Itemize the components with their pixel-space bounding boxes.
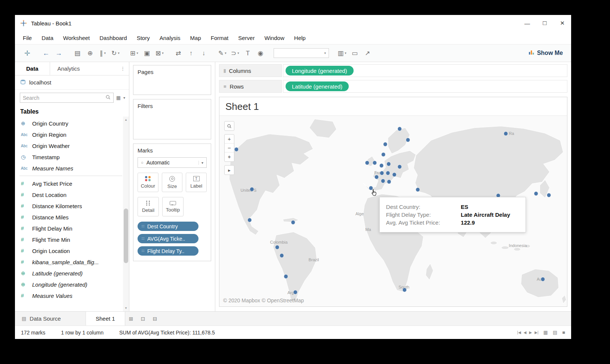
status-nav-icon-3[interactable]: ▶| bbox=[534, 330, 538, 334]
menu-item-map[interactable]: Map bbox=[185, 35, 206, 41]
map-mark-9[interactable] bbox=[387, 162, 391, 166]
undo-button[interactable]: ← bbox=[40, 47, 52, 59]
tab-data-source[interactable]: ▤ Data Source bbox=[15, 312, 86, 326]
menu-item-server[interactable]: Server bbox=[233, 35, 259, 41]
map-view[interactable]: United SColombiaBrazilArgAlgeMaFraSouthI… bbox=[219, 115, 567, 306]
map-mark-5[interactable] bbox=[504, 132, 508, 136]
new-worksheet-button[interactable]: ⊞▾ bbox=[128, 47, 141, 59]
map-mark-23[interactable] bbox=[248, 218, 252, 222]
field-timestamp[interactable]: ◷Timestamp bbox=[15, 151, 122, 163]
text-label-button[interactable]: T bbox=[241, 47, 254, 59]
menu-item-dashboard[interactable]: Dashboard bbox=[95, 35, 132, 41]
menu-item-help[interactable]: Help bbox=[289, 35, 311, 41]
map-mark-13[interactable] bbox=[392, 173, 397, 177]
map-mark-27[interactable] bbox=[284, 274, 288, 278]
menu-item-format[interactable]: Format bbox=[206, 35, 234, 41]
field-origin-region[interactable]: AbcOrigin Region bbox=[15, 129, 122, 140]
tooltip-button[interactable]: Tooltip bbox=[162, 197, 184, 216]
label-button[interactable]: T Label bbox=[186, 173, 207, 192]
tab-data[interactable]: Data bbox=[15, 62, 50, 75]
map-mark-19[interactable] bbox=[547, 193, 551, 197]
duplicate-button[interactable]: ▣ bbox=[141, 47, 153, 59]
menu-item-story[interactable]: Story bbox=[132, 35, 155, 41]
minimize-button[interactable]: — bbox=[518, 15, 536, 31]
field-origin-location[interactable]: #Origin Location bbox=[15, 245, 122, 256]
map-mark-3[interactable] bbox=[383, 142, 388, 146]
swap-rows-columns-button[interactable]: ⇄ bbox=[172, 47, 185, 59]
status-view-icon-1[interactable]: ▤ bbox=[553, 330, 557, 335]
field-dest-location[interactable]: #Dest Location bbox=[15, 189, 122, 200]
pages-shelf[interactable]: Pages bbox=[133, 65, 211, 95]
map-mark-18[interactable] bbox=[416, 188, 420, 192]
field-flight-delay-min[interactable]: #Flight Delay Min bbox=[15, 223, 122, 234]
sort-descending-button[interactable]: ↓ bbox=[197, 47, 210, 59]
zoom-out-button[interactable]: − bbox=[225, 144, 234, 152]
map-mark-8[interactable] bbox=[379, 164, 383, 168]
presentation-mode-button[interactable]: ▭ bbox=[348, 47, 361, 59]
new-dashboard-button[interactable]: ⊡ bbox=[137, 312, 149, 326]
status-view-icon-2[interactable]: ■ bbox=[562, 330, 565, 335]
status-nav-icon-0[interactable]: |◀ bbox=[517, 330, 521, 334]
map-mark-25[interactable] bbox=[275, 245, 279, 249]
field-measure-names[interactable]: AbcMeasure Names bbox=[15, 163, 122, 174]
chevron-down-icon[interactable]: ▾ bbox=[123, 96, 125, 100]
scroll-down-icon[interactable]: ▼ bbox=[124, 305, 127, 311]
map-mark-1[interactable] bbox=[398, 127, 402, 131]
pause-auto-updates-button[interactable]: ∥▾ bbox=[96, 47, 109, 59]
field-distance-kilometers[interactable]: #Distance Kilometers bbox=[15, 200, 122, 212]
map-mark-28[interactable] bbox=[293, 290, 298, 294]
field-latitude-generated[interactable]: ⊕Latitude (generated) bbox=[15, 268, 122, 279]
highlight-button[interactable]: ✎▾ bbox=[216, 47, 229, 59]
field-distance-miles[interactable]: #Distance Miles bbox=[15, 212, 122, 223]
menu-item-worksheet[interactable]: Worksheet bbox=[58, 35, 95, 41]
field-flight-time-min[interactable]: #Flight Time Min bbox=[15, 234, 122, 245]
map-mark-12[interactable] bbox=[386, 171, 390, 175]
marks-pill-flight-delay-ty[interactable]: ∷Flight Delay Ty.. bbox=[138, 246, 198, 256]
scrollbar-thumb[interactable] bbox=[124, 209, 128, 263]
field-origin-weather[interactable]: AbcOrigin Weather bbox=[15, 140, 122, 151]
field-measure-values[interactable]: #Measure Values bbox=[15, 290, 122, 301]
save-button[interactable]: ▤ bbox=[71, 47, 84, 59]
map-mark-7[interactable] bbox=[373, 161, 377, 165]
menu-item-analysis[interactable]: Analysis bbox=[155, 35, 185, 41]
sort-ascending-button[interactable]: ↑ bbox=[185, 47, 197, 59]
connection-row[interactable]: localhost bbox=[15, 75, 129, 90]
status-view-icon-0[interactable]: ▦ bbox=[543, 330, 548, 335]
new-data-source-button[interactable]: ⊕ bbox=[84, 47, 96, 59]
tab-analytics[interactable]: Analytics bbox=[50, 62, 87, 75]
columns-shelf[interactable]: Longitude (generated) bbox=[283, 64, 567, 77]
detail-button[interactable]: Detail bbox=[138, 197, 159, 216]
scrollbar-track[interactable] bbox=[123, 123, 129, 305]
map-mark-29[interactable] bbox=[403, 288, 407, 292]
share-button[interactable]: ↗ bbox=[361, 47, 374, 59]
tab-sheet-1[interactable]: Sheet 1 bbox=[86, 312, 125, 326]
pin-button[interactable]: ⌖ bbox=[225, 152, 234, 161]
filters-shelf[interactable]: Filters bbox=[133, 99, 211, 139]
rows-shelf[interactable]: Latitude (generated) bbox=[283, 80, 567, 93]
map-mark-10[interactable] bbox=[398, 165, 402, 169]
view-as-grid-icon[interactable]: ▦ bbox=[116, 95, 121, 101]
tableau-logo-button[interactable]: ✛ bbox=[21, 47, 34, 59]
show-me-button[interactable]: Show Me bbox=[526, 50, 565, 56]
scroll-up-icon[interactable]: ▲ bbox=[124, 117, 127, 123]
size-button[interactable]: Size bbox=[162, 173, 183, 192]
menu-item-window[interactable]: Window bbox=[259, 35, 289, 41]
mark-type-dropdown[interactable]: ○ Automatic ▾ bbox=[138, 157, 207, 168]
field-longitude-generated[interactable]: ⊕Longitude (generated) bbox=[15, 279, 122, 290]
map-mark-16[interactable] bbox=[387, 180, 391, 184]
map-mark-14[interactable] bbox=[375, 175, 379, 179]
pane-options-icon[interactable]: ⋮ bbox=[117, 66, 129, 71]
map-mark-4[interactable] bbox=[381, 152, 385, 157]
data-panel-scrollbar[interactable]: ▲ ▼ bbox=[123, 117, 129, 311]
status-nav-icon-1[interactable]: ◀ bbox=[524, 330, 527, 334]
map-mark-30[interactable] bbox=[541, 277, 545, 281]
search-input[interactable] bbox=[23, 95, 105, 101]
map-mark-22[interactable] bbox=[250, 187, 254, 191]
close-button[interactable]: ✕ bbox=[554, 15, 571, 31]
map-mark-24[interactable] bbox=[291, 220, 295, 225]
fit-selector[interactable]: ▾ bbox=[274, 48, 329, 58]
map-mark-20[interactable] bbox=[534, 192, 538, 196]
map-mark-26[interactable] bbox=[280, 253, 284, 257]
columns-pill[interactable]: Longitude (generated) bbox=[286, 66, 354, 75]
map-search-button[interactable] bbox=[224, 121, 234, 131]
